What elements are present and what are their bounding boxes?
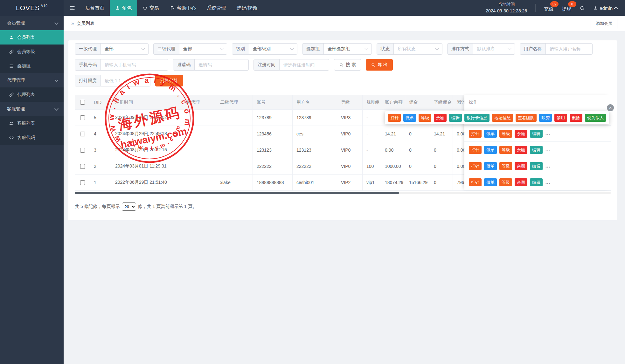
sidebar-group-member-mgmt[interactable]: 会员管理: [0, 16, 64, 30]
sidebar-group-agent-mgmt[interactable]: 代理管理: [0, 73, 64, 87]
user-menu[interactable]: admin: [593, 5, 617, 11]
phone-input[interactable]: [101, 59, 168, 70]
status-select[interactable]: 所有状态: [394, 44, 442, 54]
sidebar: 会员管理 会员列表 会员等级 叠加组 代理管理 代理列表 客服管理 客服列表 客…: [0, 16, 64, 364]
edit-button[interactable]: 编辑: [530, 146, 543, 154]
sidebar-group-support-mgmt[interactable]: 客服管理: [0, 102, 64, 116]
invite-code-input[interactable]: [195, 59, 248, 70]
cell-uid: 4: [90, 126, 111, 142]
hamburger-icon[interactable]: [64, 0, 80, 16]
popup-action-button[interactable]: 地址信息: [492, 114, 513, 122]
popup-action-button[interactable]: 银行卡信息: [464, 114, 490, 122]
inject-button[interactable]: 打针: [469, 130, 482, 138]
sidebar-item-support-code[interactable]: 客服代码: [0, 130, 64, 145]
cell-agent2: xiake: [216, 175, 253, 191]
nav-item-video[interactable]: 选妃/视频: [231, 0, 262, 16]
cell-sub-commission: 14.21: [430, 126, 453, 142]
popup-action-button[interactable]: 打针: [388, 114, 401, 122]
popup-action-button[interactable]: 余额: [434, 114, 447, 122]
balance-button[interactable]: 余额: [515, 178, 527, 186]
popup-action-button[interactable]: 禁用: [554, 114, 567, 122]
stack-group-select[interactable]: 全部叠加组: [324, 44, 372, 54]
cell-checkbox: [75, 142, 90, 158]
nav-item-roles[interactable]: 角色: [110, 0, 137, 16]
col-username: 用户名: [293, 95, 337, 110]
sidebar-item-support-list[interactable]: 客服列表: [0, 116, 64, 130]
sidebar-item-member-level[interactable]: 会员等级: [0, 45, 64, 59]
edit-button[interactable]: 编辑: [530, 178, 543, 186]
recharge-link[interactable]: 充值 32: [544, 4, 553, 12]
balance-button[interactable]: 余额: [515, 162, 527, 170]
chevron-down-icon: [54, 106, 59, 111]
popup-action-button[interactable]: 设为假人: [585, 114, 606, 122]
balance-button[interactable]: 余额: [515, 130, 527, 138]
batch-inject-button[interactable]: 批量打针: [155, 75, 183, 86]
make-order-button[interactable]: 做单: [484, 162, 497, 170]
popup-action-button[interactable]: 查看团队: [516, 114, 537, 122]
popup-action-button[interactable]: 做单: [403, 114, 416, 122]
make-order-button[interactable]: 做单: [484, 130, 497, 138]
search-button[interactable]: 搜 索: [334, 59, 361, 71]
refresh-icon[interactable]: [580, 5, 585, 11]
level-button[interactable]: 等级: [499, 130, 512, 138]
select-all-checkbox[interactable]: [80, 100, 85, 105]
close-icon[interactable]: ×: [607, 104, 614, 111]
breadcrumb-icon: »: [71, 21, 74, 26]
sort-select[interactable]: 默认排序: [473, 44, 515, 54]
cell-balance: 14.21: [381, 126, 405, 142]
withdraw-link[interactable]: 提现 0: [562, 4, 571, 12]
row-checkbox[interactable]: [80, 132, 85, 136]
username-input[interactable]: [546, 44, 592, 54]
pagination-suffix: 條，共 1 頁當前顯示第 1 頁。: [138, 204, 197, 209]
col-balance: 账户余额: [381, 95, 405, 110]
row-checkbox[interactable]: [80, 164, 85, 169]
nav-item-transactions[interactable]: 交易: [137, 0, 164, 16]
horizontal-scrollbar[interactable]: [75, 192, 611, 194]
inject-button[interactable]: 打针: [469, 178, 482, 186]
sidebar-item-stack-group[interactable]: 叠加组: [0, 59, 64, 73]
sidebar-item-member-list[interactable]: 会员列表: [0, 30, 64, 45]
page-size-select[interactable]: 20: [122, 203, 136, 211]
level-select[interactable]: 全部级别: [249, 44, 297, 54]
export-button[interactable]: 导 出: [366, 59, 393, 71]
cell-checkbox: [75, 158, 90, 175]
more-actions-button[interactable]: …: [545, 131, 551, 136]
top-navbar: LOVESV10 后台首页 角色 交易 帮助中心 系统管理 选妃/视频 当地时间…: [0, 0, 625, 16]
cell-username: 222222: [293, 158, 337, 175]
inject-button[interactable]: 打针: [469, 146, 482, 154]
inject-range-input[interactable]: [101, 75, 150, 86]
popup-action-button[interactable]: 账变: [539, 114, 552, 122]
popup-action-button[interactable]: 等级: [419, 114, 431, 122]
chevron-down-icon: [220, 46, 223, 50]
inject-button[interactable]: 打针: [469, 162, 482, 170]
make-order-button[interactable]: 做单: [484, 178, 497, 186]
level-button[interactable]: 等级: [499, 146, 512, 154]
level-button[interactable]: 等级: [499, 162, 512, 170]
agent1-select[interactable]: 全部: [101, 44, 148, 54]
cell-agent1: [178, 142, 216, 158]
row-checkbox[interactable]: [80, 148, 85, 153]
cell-reg-time: 2024年08月29日 20:32:15: [111, 142, 178, 158]
nav-item-help-center[interactable]: 帮助中心: [164, 0, 201, 16]
reg-time-input[interactable]: [280, 59, 329, 70]
scrollbar-thumb[interactable]: [75, 192, 399, 194]
level-button[interactable]: 等级: [499, 178, 512, 186]
make-order-button[interactable]: 做单: [484, 146, 497, 154]
popup-action-button[interactable]: 删除: [570, 114, 582, 122]
nav-item-system-mgmt[interactable]: 系统管理: [201, 0, 231, 16]
popup-action-button[interactable]: 编辑: [449, 114, 462, 122]
add-member-button[interactable]: 添加会员: [591, 18, 617, 29]
row-checkbox[interactable]: [80, 180, 85, 185]
nav-item-dashboard[interactable]: 后台首页: [80, 0, 110, 16]
more-actions-button[interactable]: …: [545, 179, 551, 185]
edit-button[interactable]: 编辑: [530, 130, 543, 138]
agent2-select[interactable]: 全部: [179, 44, 227, 54]
edit-button[interactable]: 编辑: [530, 162, 543, 170]
more-actions-button[interactable]: …: [545, 147, 551, 153]
col-account: 账号: [253, 95, 293, 110]
balance-button[interactable]: 余额: [515, 146, 527, 154]
sidebar-item-agent-list[interactable]: 代理列表: [0, 87, 64, 102]
row-checkbox[interactable]: [80, 115, 85, 120]
more-actions-button[interactable]: …: [545, 163, 551, 169]
page-title: 会员列表: [77, 21, 94, 26]
